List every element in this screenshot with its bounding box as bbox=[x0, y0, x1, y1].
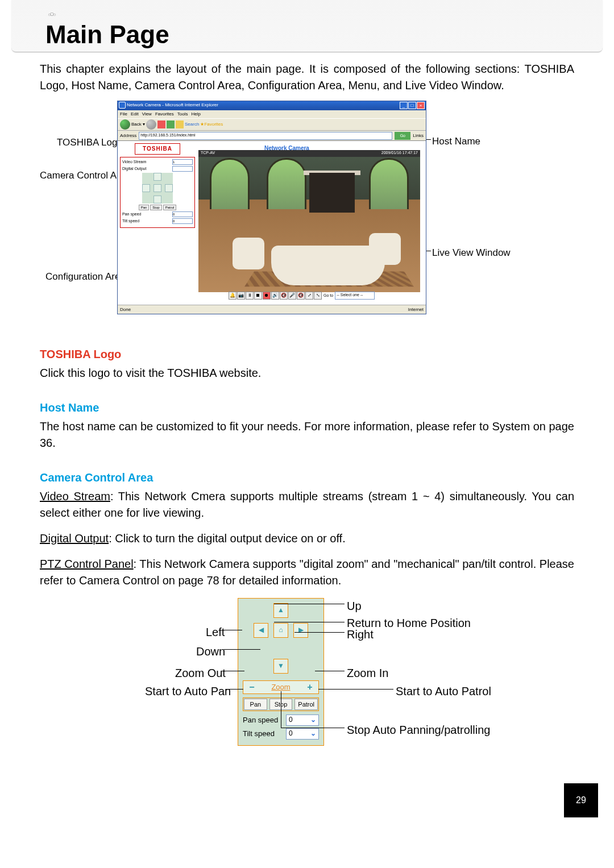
ptz-home-button[interactable]: ⌂ bbox=[273, 623, 288, 638]
go-button[interactable]: Go bbox=[395, 132, 410, 140]
ptz-dpad bbox=[142, 173, 173, 203]
section-toshiba-logo-heading: TOSHIBA Logo bbox=[40, 346, 574, 363]
label-stop-auto: Stop Auto Panning/patrolling bbox=[347, 722, 490, 738]
toshiba-logo[interactable]: TOSHIBA bbox=[135, 143, 180, 155]
label-auto-patrol: Start to Auto Patrol bbox=[396, 683, 491, 700]
digital-output-toggle[interactable] bbox=[172, 166, 193, 172]
tb-btn[interactable]: 🔇 bbox=[297, 292, 305, 300]
label-zoom-out: Zoom Out bbox=[175, 665, 226, 682]
tb-btn[interactable]: 🎤 bbox=[288, 292, 296, 300]
label-auto-pan: Start to Auto Pan bbox=[145, 683, 231, 700]
browser-toolbar[interactable]: Back ▾ Search ★Favorites bbox=[118, 118, 426, 131]
callout-host-name: Host Name bbox=[432, 135, 480, 149]
callout-config-area: Configuration Area bbox=[45, 270, 126, 284]
chevron-down-icon: ⌄ bbox=[310, 715, 316, 725]
pan-button[interactable]: Pan bbox=[139, 205, 150, 210]
browser-menubar[interactable]: FileEditViewFavoritesToolsHelp bbox=[118, 110, 426, 118]
section-host-name-heading: Host Name bbox=[40, 400, 574, 416]
ptz-down-button[interactable] bbox=[154, 196, 161, 203]
label-right: Right bbox=[347, 626, 374, 643]
video-stream-select[interactable]: 1 bbox=[172, 159, 193, 165]
window-title: Network Camera - Microsoft Internet Expl… bbox=[127, 102, 218, 109]
page-footer: 29 bbox=[0, 778, 614, 817]
tb-btn[interactable]: ⏸ bbox=[246, 292, 254, 300]
callout-toshiba-logo: TOSHIBA Logo bbox=[57, 136, 123, 150]
zoom-out-button[interactable]: − bbox=[243, 680, 260, 693]
figure-main-layout: TOSHIBA Logo Camera Control Area Configu… bbox=[40, 101, 574, 328]
label-left: Left bbox=[206, 624, 225, 641]
tb-btn[interactable]: ⤢ bbox=[305, 292, 313, 300]
ptz-left-button[interactable] bbox=[142, 184, 150, 192]
maximize-button[interactable]: □ bbox=[408, 102, 416, 109]
ptz-down-button[interactable]: ▼ bbox=[273, 659, 288, 674]
tb-btn[interactable]: ⏹ bbox=[254, 292, 262, 300]
close-button[interactable]: × bbox=[417, 102, 425, 109]
stop-button[interactable]: Stop bbox=[150, 205, 161, 210]
figure-ptz-panel: ▲ ◀ ⌂ ▶ ▼ − Zoom + Pan Stop Patrol P bbox=[40, 598, 574, 757]
address-input[interactable]: http://192.168.5.151/index.html bbox=[139, 132, 392, 140]
address-bar: Address http://192.168.5.151/index.html … bbox=[118, 131, 426, 141]
pan-speed-label: Pan speed bbox=[243, 715, 283, 726]
zoom-in-button[interactable]: + bbox=[301, 680, 318, 693]
intro-paragraph: This chapter explains the layout of the … bbox=[40, 61, 574, 94]
tb-btn[interactable]: ⏺ bbox=[263, 292, 271, 300]
auto-pan-button[interactable]: Pan bbox=[244, 699, 267, 710]
auto-patrol-button[interactable]: Patrol bbox=[294, 699, 318, 710]
tilt-speed-select[interactable]: 0 bbox=[172, 218, 193, 224]
section-host-name-text: The host name can be customized to fit y… bbox=[40, 418, 574, 451]
stop-icon[interactable] bbox=[157, 121, 165, 128]
ptz-right-button[interactable]: ▶ bbox=[293, 623, 308, 638]
tb-btn[interactable]: 🔇 bbox=[280, 292, 288, 300]
ptz-home-button[interactable] bbox=[154, 184, 161, 192]
ptz-up-button[interactable] bbox=[154, 173, 161, 181]
ptz-up-button[interactable]: ▲ bbox=[273, 603, 288, 618]
goto-select[interactable]: -- Select one -- bbox=[335, 292, 375, 300]
pan-speed-select[interactable]: 0 bbox=[172, 211, 193, 217]
tb-btn[interactable]: 📷 bbox=[237, 292, 245, 300]
status-zone: Internet bbox=[408, 306, 424, 313]
home-icon[interactable] bbox=[176, 121, 184, 128]
video-toolbar: 🔔 📷 ⏸ ⏹ ⏺ 🔊 🔇 🎤 🔇 ⤢ ⤡ Go to -- Select on… bbox=[229, 291, 375, 300]
live-video-window[interactable]: TCP-AV2009/01/16 17:47:17 bbox=[198, 150, 420, 292]
address-label: Address bbox=[120, 132, 136, 139]
camera-control-panel: Video Stream1 Digital Output Pan bbox=[120, 157, 195, 228]
patrol-button[interactable]: Patrol bbox=[163, 205, 177, 210]
status-done: Done bbox=[120, 306, 131, 313]
pan-speed-select[interactable]: 0⌄ bbox=[286, 715, 319, 726]
label-down: Down bbox=[196, 643, 225, 660]
decorative-dots: ○○○ bbox=[48, 9, 55, 18]
tb-btn[interactable]: ⤡ bbox=[314, 292, 322, 300]
section-cca-video-stream: Video Stream: This Network Cmera support… bbox=[40, 488, 574, 521]
callout-live-view: Live View Window bbox=[432, 246, 511, 260]
ptz-right-button[interactable] bbox=[165, 184, 173, 192]
tilt-speed-label: Tilt speed bbox=[243, 729, 283, 740]
section-cca-heading: Camera Control Area bbox=[40, 470, 574, 486]
ie-icon bbox=[119, 102, 126, 109]
minimize-button[interactable]: _ bbox=[400, 102, 408, 109]
window-titlebar: Network Camera - Microsoft Internet Expl… bbox=[118, 101, 426, 110]
tb-btn[interactable]: 🔔 bbox=[229, 292, 237, 300]
links-label[interactable]: Links bbox=[413, 132, 424, 139]
tilt-speed-select[interactable]: 0⌄ bbox=[286, 728, 319, 740]
back-button-icon[interactable] bbox=[120, 119, 130, 130]
tb-btn[interactable]: 🔊 bbox=[271, 292, 279, 300]
browser-window: Network Camera - Microsoft Internet Expl… bbox=[117, 101, 426, 314]
label-up: Up bbox=[347, 598, 362, 614]
chevron-down-icon: ⌄ bbox=[310, 729, 316, 738]
section-cca-digital-output: Digital Output: Click to turn the digita… bbox=[40, 530, 574, 547]
section-cca-ptz: PTZ Control Panel: This Network Camera s… bbox=[40, 556, 574, 589]
page-number: 29 bbox=[564, 783, 598, 817]
section-toshiba-logo-text: Click this logo to visit the TOSHIBA web… bbox=[40, 365, 574, 381]
forward-button-icon[interactable] bbox=[146, 119, 156, 130]
refresh-icon[interactable] bbox=[167, 121, 175, 128]
label-zoom-in: Zoom In bbox=[347, 665, 388, 682]
page-title: Main Page bbox=[45, 6, 591, 49]
page-header: ○○○ Main Page bbox=[11, 0, 603, 52]
ptz-left-button[interactable]: ◀ bbox=[254, 623, 268, 638]
